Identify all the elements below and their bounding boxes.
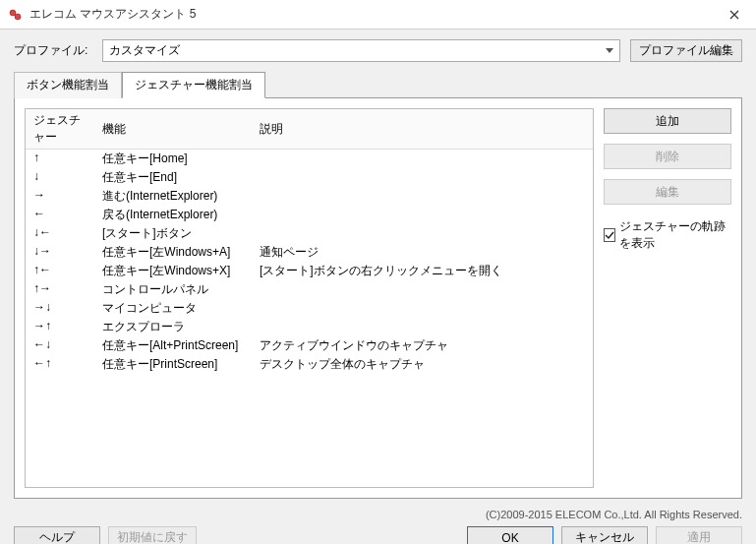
cell-description	[252, 187, 593, 206]
cell-function: 任意キー[左Windows+A]	[94, 243, 252, 262]
cell-function: エクスプローラ	[94, 318, 252, 336]
apply-button[interactable]: 適用	[656, 526, 742, 544]
cell-description	[252, 224, 593, 243]
cancel-button[interactable]: キャンセル	[561, 526, 648, 544]
trajectory-checkbox-row[interactable]: ジェスチャーの軌跡を表示	[604, 218, 731, 252]
delete-button[interactable]: 削除	[604, 144, 731, 169]
cell-function: [スタート]ボタン	[94, 224, 252, 243]
svg-point-0	[10, 10, 16, 16]
checkbox-checked-icon	[604, 228, 615, 242]
col-description[interactable]: 説明	[252, 109, 593, 150]
footer: ヘルプ 初期値に戻す OK キャンセル 適用	[0, 520, 756, 544]
gesture-table: ジェスチャー 機能 説明 ↑任意キー[Home]↓任意キー[End]→進む(In…	[26, 109, 593, 374]
window-title: エレコム マウスアシスタント 5	[29, 6, 713, 23]
col-gesture[interactable]: ジェスチャー	[26, 109, 94, 150]
tab-panel: ジェスチャー 機能 説明 ↑任意キー[Home]↓任意キー[End]→進む(In…	[14, 97, 742, 499]
profile-select[interactable]: カスタマイズ	[102, 39, 620, 62]
cell-description	[252, 206, 593, 224]
cell-gesture: →↓	[26, 299, 94, 318]
cell-description: 通知ページ	[252, 243, 593, 262]
cell-function: マイコンピュータ	[94, 299, 252, 318]
table-row[interactable]: ↓←[スタート]ボタン	[26, 224, 593, 243]
reset-button[interactable]: 初期値に戻す	[108, 526, 197, 544]
cell-function: 進む(InternetExplorer)	[94, 187, 252, 206]
cell-function: コントロールパネル	[94, 280, 252, 299]
tab-strip: ボタン機能割当 ジェスチャー機能割当	[14, 72, 742, 98]
trajectory-checkbox-label: ジェスチャーの軌跡を表示	[619, 218, 731, 252]
tab-button-assign[interactable]: ボタン機能割当	[14, 72, 122, 98]
table-row[interactable]: ↑任意キー[Home]	[26, 150, 593, 169]
cell-description	[252, 168, 593, 187]
table-row[interactable]: ↑←任意キー[左Windows+X][スタート]ボタンの右クリックメニューを開く	[26, 262, 593, 280]
cell-function: 任意キー[End]	[94, 168, 252, 187]
cell-gesture: ↑→	[26, 280, 94, 299]
cell-gesture: ↓←	[26, 224, 94, 243]
tab-gesture-assign[interactable]: ジェスチャー機能割当	[122, 72, 265, 98]
cell-function: 任意キー[Home]	[94, 150, 252, 169]
table-row[interactable]: ↑→コントロールパネル	[26, 280, 593, 299]
cell-gesture: →	[26, 187, 94, 206]
cell-gesture: ↓	[26, 168, 94, 187]
profile-edit-button[interactable]: プロファイル編集	[630, 39, 742, 62]
side-buttons: 追加 削除 編集 ジェスチャーの軌跡を表示	[604, 108, 731, 488]
edit-button[interactable]: 編集	[604, 179, 731, 205]
table-row[interactable]: →進む(InternetExplorer)	[26, 187, 593, 206]
svg-point-1	[15, 14, 21, 20]
table-row[interactable]: ↓任意キー[End]	[26, 168, 593, 187]
cell-gesture: ↑	[26, 150, 94, 169]
profile-row: プロファイル: カスタマイズ プロファイル編集	[14, 39, 742, 62]
profile-value: カスタマイズ	[109, 42, 180, 59]
table-row[interactable]: ←↑任意キー[PrintScreen]デスクトップ全体のキャプチャ	[26, 355, 593, 374]
cell-description: アクティブウインドウのキャプチャ	[252, 336, 593, 355]
table-row[interactable]: ↓→任意キー[左Windows+A]通知ページ	[26, 243, 593, 262]
cell-gesture: ←	[26, 206, 94, 224]
cell-gesture: ↑←	[26, 262, 94, 280]
cell-function: 任意キー[PrintScreen]	[94, 355, 252, 374]
cell-gesture: →↑	[26, 318, 94, 336]
table-row[interactable]: →↓マイコンピュータ	[26, 299, 593, 318]
cell-gesture: ←↑	[26, 355, 94, 374]
cell-function: 戻る(InternetExplorer)	[94, 206, 252, 224]
app-icon	[8, 7, 24, 23]
cell-description	[252, 150, 593, 169]
cell-description	[252, 299, 593, 318]
cell-gesture: ↓→	[26, 243, 94, 262]
cell-description	[252, 280, 593, 299]
cell-gesture: ←↓	[26, 336, 94, 355]
copyright: (C)2009-2015 ELECOM Co.,Ltd. All Rights …	[0, 505, 756, 520]
title-bar: エレコム マウスアシスタント 5	[0, 0, 756, 30]
table-row[interactable]: ←戻る(InternetExplorer)	[26, 206, 593, 224]
cell-function: 任意キー[左Windows+X]	[94, 262, 252, 280]
profile-label: プロファイル:	[14, 42, 92, 59]
col-function[interactable]: 機能	[94, 109, 252, 150]
cell-description: [スタート]ボタンの右クリックメニューを開く	[252, 262, 593, 280]
add-button[interactable]: 追加	[604, 108, 731, 134]
help-button[interactable]: ヘルプ	[14, 526, 100, 544]
gesture-table-wrap: ジェスチャー 機能 説明 ↑任意キー[Home]↓任意キー[End]→進む(In…	[25, 108, 594, 488]
cell-function: 任意キー[Alt+PrintScreen]	[94, 336, 252, 355]
table-row[interactable]: →↑エクスプローラ	[26, 318, 593, 336]
table-row[interactable]: ←↓任意キー[Alt+PrintScreen]アクティブウインドウのキャプチャ	[26, 336, 593, 355]
cell-description	[252, 318, 593, 336]
ok-button[interactable]: OK	[467, 526, 553, 544]
close-icon[interactable]	[713, 0, 756, 30]
cell-description: デスクトップ全体のキャプチャ	[252, 355, 593, 374]
